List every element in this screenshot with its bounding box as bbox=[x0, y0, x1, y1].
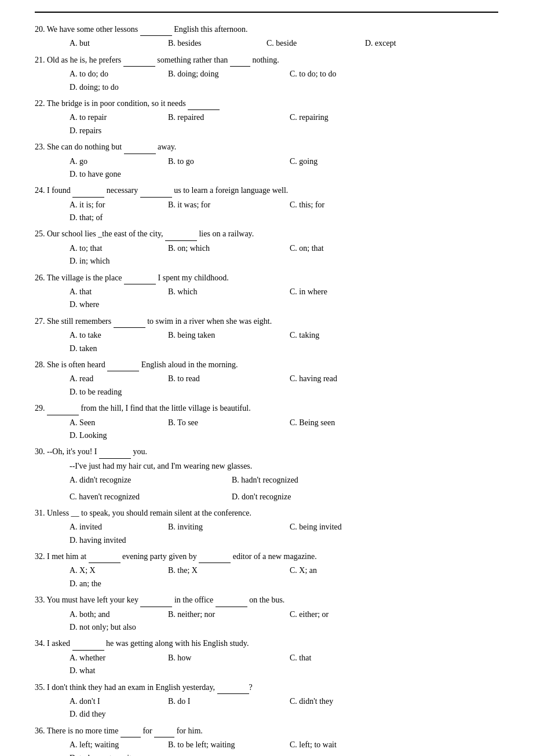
q36-blank2 bbox=[154, 737, 174, 737]
q32-options: A. X; X B. the; X C. X; an D. an; the bbox=[70, 564, 498, 590]
q20-blank bbox=[140, 35, 172, 36]
q31-optC: C. being invited bbox=[290, 521, 406, 534]
q30-blank bbox=[99, 458, 131, 459]
q24-optD: D. that; of bbox=[70, 211, 162, 224]
q25-text: 25. Our school lies _the east of the cit… bbox=[35, 228, 498, 240]
q28-optB: B. to read bbox=[168, 372, 284, 385]
q22-optC: C. repairing bbox=[290, 111, 406, 124]
q20-optC: C. beside bbox=[266, 37, 359, 50]
question-32: 32. I met him at evening party given by … bbox=[35, 550, 498, 590]
q22-optB: B. repaired bbox=[168, 111, 284, 124]
q36-optD: D. to leave; to wait bbox=[70, 752, 162, 756]
q28-optA: A. read bbox=[70, 372, 162, 385]
q20-optD: D. except bbox=[365, 37, 458, 50]
q31-optA: A. invited bbox=[70, 521, 162, 534]
q25-optB: B. on; which bbox=[168, 242, 284, 255]
q35-optC: C. didn't they bbox=[290, 695, 406, 708]
q24-optC: C. this; for bbox=[290, 199, 406, 211]
q24-text: 24. I found necessary us to learn a fore… bbox=[35, 184, 498, 197]
q28-options: A. read B. to read C. having read D. to … bbox=[70, 372, 498, 399]
q21-blank1 bbox=[123, 66, 155, 67]
q30-optB: B. hadn't recognized bbox=[232, 474, 394, 487]
question-29: 29. from the hill, I find that the littl… bbox=[35, 402, 498, 442]
q34-options: A. whether B. how C. that D. what bbox=[70, 652, 498, 678]
q21-options: A. to do; do B. doing; doing C. to do; t… bbox=[70, 68, 498, 94]
q30-options2: C. haven't recognized D. don't recognize bbox=[70, 491, 498, 503]
q34-optA: A. whether bbox=[70, 652, 162, 664]
question-28: 28. She is often heard English aloud in … bbox=[35, 359, 498, 399]
q34-text: 34. I asked he was getting along with hi… bbox=[35, 637, 498, 650]
q28-optD: D. to be reading bbox=[70, 386, 162, 399]
q23-optB: B. to go bbox=[168, 155, 284, 168]
q29-text: 29. from the hill, I find that the littl… bbox=[35, 402, 498, 415]
q31-optB: B. inviting bbox=[168, 521, 284, 534]
q32-optA: A. X; X bbox=[70, 564, 162, 577]
q25-options: A. to; that B. on; which C. on; that D. … bbox=[70, 242, 498, 268]
q24-blank1 bbox=[72, 197, 104, 198]
question-20: 20. We have some other lessons English t… bbox=[35, 23, 498, 50]
q34-optC: C. that bbox=[290, 652, 406, 664]
q21-optD: D. doing; to do bbox=[70, 81, 162, 94]
q21-blank2 bbox=[230, 66, 250, 67]
q20-optA: A. but bbox=[70, 37, 162, 50]
q27-optC: C. taking bbox=[290, 329, 406, 342]
q33-optC: C. either; or bbox=[290, 608, 406, 621]
q23-text: 23. She can do nothing but away. bbox=[35, 141, 498, 154]
q22-optD: D. repairs bbox=[70, 125, 162, 137]
q32-blank1 bbox=[89, 563, 121, 563]
question-35: 35. I don't think they had an exam in En… bbox=[35, 681, 498, 721]
q36-optB: B. to be left; waiting bbox=[168, 739, 284, 751]
q31-text: 31. Unless __ to speak, you should remai… bbox=[35, 507, 498, 520]
q27-text: 27. She still remembers to swim in a riv… bbox=[35, 315, 498, 328]
q26-optD: D. where bbox=[70, 298, 162, 311]
q24-optA: A. it is; for bbox=[70, 199, 162, 211]
q25-optD: D. in; which bbox=[70, 255, 162, 268]
q28-text: 28. She is often heard English aloud in … bbox=[35, 359, 498, 371]
q21-optB: B. doing; doing bbox=[168, 68, 284, 81]
q32-text: 32. I met him at evening party given by … bbox=[35, 550, 498, 563]
q30-optC: C. haven't recognized bbox=[70, 491, 232, 503]
q23-optA: A. go bbox=[70, 155, 162, 168]
q26-optB: B. which bbox=[168, 286, 284, 298]
q21-optC: C. to do; to do bbox=[290, 68, 406, 81]
q26-text: 26. The village is the place I spent my … bbox=[35, 272, 498, 284]
q24-blank2 bbox=[140, 197, 172, 198]
q30-options: A. didn't recognize B. hadn't recognized bbox=[70, 474, 498, 487]
q32-optB: B. the; X bbox=[168, 564, 284, 577]
q35-blank bbox=[217, 693, 249, 694]
q30-optA: A. didn't recognize bbox=[70, 474, 232, 487]
q35-optD: D. did they bbox=[70, 708, 162, 721]
question-23: 23. She can do nothing but away. A. go B… bbox=[35, 141, 498, 181]
q24-optB: B. it was; for bbox=[168, 199, 284, 211]
q36-text: 36. There is no more time for for him. bbox=[35, 725, 498, 737]
q33-optB: B. neither; nor bbox=[168, 608, 284, 621]
q32-optC: C. X; an bbox=[290, 564, 406, 577]
q29-optC: C. Being seen bbox=[290, 417, 406, 429]
q23-options: A. go B. to go C. going D. to have gone bbox=[70, 155, 498, 181]
q22-optA: A. to repair bbox=[70, 111, 162, 124]
q22-options: A. to repair B. repaired C. repairing D.… bbox=[70, 111, 498, 137]
q26-optA: A. that bbox=[70, 286, 162, 298]
q30-subline: --I've just had my hair cut, and I'm wea… bbox=[70, 460, 498, 473]
q33-blank2 bbox=[216, 607, 247, 607]
q25-optA: A. to; that bbox=[70, 242, 162, 255]
q27-optA: A. to take bbox=[70, 329, 162, 342]
q31-optD: D. having invited bbox=[70, 534, 162, 547]
question-30: 30. --Oh, it's you! I you. --I've just h… bbox=[35, 445, 498, 503]
q27-blank bbox=[114, 327, 145, 328]
q30-optD: D. don't recognize bbox=[232, 491, 394, 503]
question-33: 33. You must have left your key in the o… bbox=[35, 594, 498, 634]
q34-optD: D. what bbox=[70, 664, 162, 677]
q31-options: A. invited B. inviting C. being invited … bbox=[70, 521, 498, 547]
q29-optA: A. Seen bbox=[70, 417, 162, 429]
q30-text: 30. --Oh, it's you! I you. bbox=[35, 445, 498, 458]
q34-blank bbox=[72, 650, 104, 651]
question-24: 24. I found necessary us to learn a fore… bbox=[35, 184, 498, 224]
q36-optC: C. left; to wait bbox=[290, 739, 406, 751]
q32-blank2 bbox=[199, 563, 231, 563]
question-26: 26. The village is the place I spent my … bbox=[35, 272, 498, 312]
q29-optD: D. Looking bbox=[70, 429, 162, 442]
q33-text: 33. You must have left your key in the o… bbox=[35, 594, 498, 607]
q35-optB: B. do I bbox=[168, 695, 284, 708]
q29-blank bbox=[47, 415, 79, 415]
